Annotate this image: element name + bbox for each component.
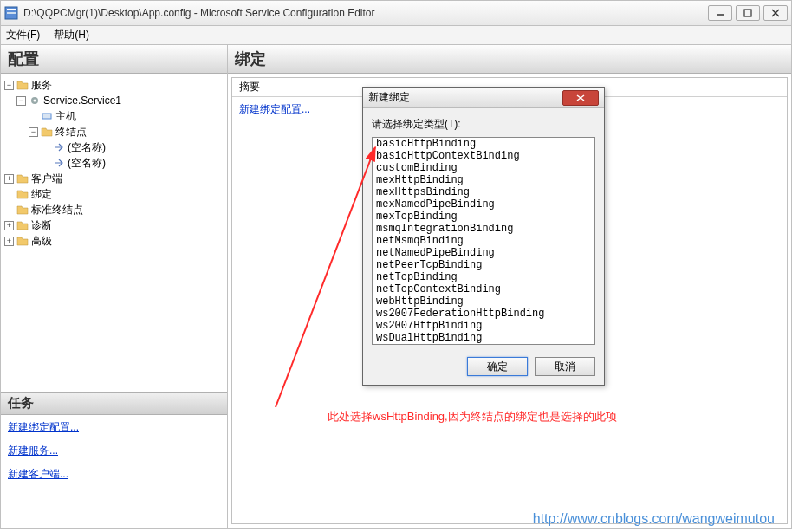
host-icon [41, 110, 53, 122]
app-icon [4, 6, 18, 20]
folder-icon [16, 235, 29, 247]
task-new-service[interactable]: 新建服务... [8, 444, 220, 458]
collapse-icon[interactable]: − [29, 127, 38, 137]
task-new-client[interactable]: 新建客户端... [8, 467, 220, 482]
tree-label: 绑定 [31, 186, 52, 202]
tree-endpoint-1[interactable]: (空名称) [39, 139, 225, 155]
tree-label: 终结点 [55, 124, 87, 139]
tree-label: 客户端 [31, 171, 62, 186]
window-title: D:\QQPCMgr(1)\Desktop\App.config - Micro… [23, 7, 708, 19]
gear-icon [29, 94, 41, 107]
cancel-button[interactable]: 取消 [535, 357, 595, 376]
list-item[interactable]: mexTcpBinding [373, 211, 594, 223]
tree-std-endpoints[interactable]: 标准终结点 [3, 202, 225, 217]
list-item[interactable]: ws2007FederationHttpBinding [373, 308, 594, 320]
collapse-icon[interactable]: − [16, 96, 26, 106]
config-tree[interactable]: − 服务 − Service.Service1 [1, 74, 227, 392]
new-binding-dialog: 新建绑定 请选择绑定类型(T): basicHttpBindingbasicHt… [362, 87, 605, 386]
menu-file[interactable]: 文件(F) [6, 28, 40, 42]
list-item[interactable]: mexNamedPipeBinding [373, 198, 594, 211]
tree-service1[interactable]: − Service.Service1 [15, 93, 225, 108]
list-item[interactable]: wsDualHttpBinding [373, 332, 594, 344]
left-panel: 配置 − 服务 − Service.Service1 [1, 45, 228, 528]
menu-help[interactable]: 帮助(H) [54, 28, 89, 42]
binding-type-listbox[interactable]: basicHttpBindingbasicHttpContextBindingc… [372, 137, 595, 345]
tree-bindings[interactable]: 绑定 [3, 186, 225, 202]
list-item[interactable]: netMsmqBinding [373, 235, 594, 247]
tree-label: (空名称) [68, 139, 106, 155]
title-bar: D:\QQPCMgr(1)\Desktop\App.config - Micro… [0, 0, 792, 26]
task-new-binding-config[interactable]: 新建绑定配置... [8, 420, 220, 435]
annotation-text: 此处选择wsHttpBinding,因为终结点的绑定也是选择的此项 [328, 409, 617, 425]
svg-rect-9 [42, 114, 51, 119]
dialog-prompt: 请选择绑定类型(T): [372, 117, 595, 132]
tree-label: 服务 [31, 77, 52, 93]
tree-diagnostics[interactable]: + 诊断 [3, 217, 225, 233]
folder-icon [16, 188, 29, 200]
dialog-title: 新建绑定 [368, 90, 562, 105]
tree-label: 诊断 [31, 217, 52, 233]
tasks-header: 任务 [1, 392, 227, 415]
tasks-panel: 新建绑定配置... 新建服务... 新建客户端... [1, 415, 227, 528]
dialog-close-button[interactable] [562, 90, 599, 106]
folder-icon [16, 219, 29, 231]
maximize-button[interactable] [736, 5, 760, 21]
folder-icon [41, 126, 53, 138]
ok-button[interactable]: 确定 [467, 357, 528, 376]
tree-host[interactable]: 主机 [27, 108, 225, 124]
expand-icon[interactable]: + [4, 221, 14, 230]
tree-advanced[interactable]: + 高级 [3, 233, 225, 249]
tree-services[interactable]: − 服务 [3, 77, 225, 93]
list-item[interactable]: webHttpBinding [373, 295, 594, 308]
close-button[interactable] [763, 5, 788, 21]
dialog-title-bar[interactable]: 新建绑定 [363, 88, 604, 108]
list-item[interactable]: netTcpContextBinding [373, 283, 594, 295]
list-item[interactable]: msmqIntegrationBinding [373, 223, 594, 235]
list-item[interactable]: wsFederationHttpBinding [373, 344, 594, 345]
watermark: http://www.cnblogs.com/wangweimutou [533, 511, 775, 527]
list-item[interactable]: mexHttpsBinding [373, 186, 594, 198]
tree-label: 主机 [55, 108, 76, 124]
config-header: 配置 [1, 45, 227, 74]
tree-label: 标准终结点 [31, 202, 83, 217]
tree-label: Service.Service1 [43, 93, 121, 108]
tree-client[interactable]: + 客户端 [3, 171, 225, 186]
folder-icon [16, 79, 29, 91]
expand-icon[interactable]: + [4, 237, 14, 246]
svg-point-8 [34, 100, 36, 102]
tree-endpoints[interactable]: − 终结点 [27, 124, 225, 139]
collapse-icon[interactable]: − [4, 81, 14, 90]
folder-icon [16, 204, 29, 216]
bindings-header: 绑定 [228, 45, 791, 74]
list-item[interactable]: netPeerTcpBinding [373, 259, 594, 271]
tree-label: (空名称) [68, 155, 106, 171]
endpoint-icon [53, 157, 65, 169]
list-item[interactable]: netNamedPipeBinding [373, 247, 594, 259]
svg-rect-2 [7, 12, 16, 14]
tree-label: 高级 [31, 233, 52, 249]
list-item[interactable]: basicHttpBinding [373, 138, 594, 150]
svg-rect-1 [7, 9, 16, 10]
tree-endpoint-2[interactable]: (空名称) [39, 155, 225, 171]
endpoint-icon [53, 141, 65, 153]
list-item[interactable]: basicHttpContextBinding [373, 150, 594, 162]
list-item[interactable]: mexHttpBinding [373, 174, 594, 186]
list-item[interactable]: customBinding [373, 162, 594, 174]
expand-icon[interactable]: + [4, 174, 14, 184]
svg-rect-4 [744, 10, 751, 16]
new-binding-link[interactable]: 新建绑定配置... [239, 103, 310, 115]
list-item[interactable]: ws2007HttpBinding [373, 320, 594, 332]
menu-bar: 文件(F) 帮助(H) [0, 26, 792, 45]
minimize-button[interactable] [708, 5, 732, 21]
folder-icon [16, 172, 29, 185]
list-item[interactable]: netTcpBinding [373, 271, 594, 283]
